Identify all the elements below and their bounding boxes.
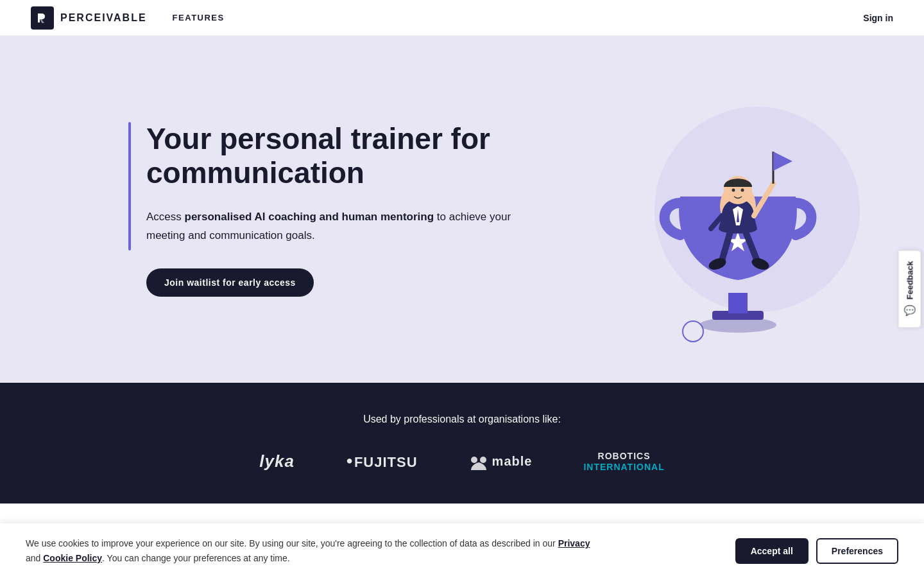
hero-content: Your personal trainer for communication …	[146, 122, 531, 297]
nav-left: PERCEIVABLE FEATURES	[31, 6, 225, 30]
hero-description: Access personalised AI coaching and huma…	[146, 208, 531, 245]
cookie-text-start: We use cookies to improve your experienc…	[26, 538, 558, 548]
logo-mark	[31, 6, 54, 30]
logo-lyka: lyka	[259, 451, 295, 471]
cookie-text-and: and	[26, 553, 43, 563]
svg-point-17	[471, 457, 477, 463]
hero-inner: Your personal trainer for communication …	[128, 122, 531, 297]
cookie-text: We use cookies to improve your experienc…	[26, 536, 603, 565]
cookie-banner: We use cookies to improve your experienc…	[0, 523, 924, 578]
cookie-text-end: . You can change your preferences at any…	[102, 553, 290, 563]
svg-point-16	[683, 321, 703, 342]
logos-section: Used by professionals at organisations l…	[0, 383, 924, 504]
navbar: PERCEIVABLE FEATURES Sign in	[0, 0, 924, 36]
svg-point-8	[741, 189, 744, 192]
svg-point-18	[480, 457, 486, 463]
hero-accent-bar	[128, 122, 131, 250]
robotics-text: ROBOTICS	[598, 451, 651, 461]
robotics-international: INTERNATIONAL	[583, 462, 664, 472]
hero-illustration: ★	[616, 81, 860, 357]
nav-signin[interactable]: Sign in	[863, 13, 893, 23]
cookie-privacy-link[interactable]: Privacy	[558, 538, 590, 548]
hero-section: Your personal trainer for communication …	[0, 36, 924, 383]
cta-button[interactable]: Join waitlist for early access	[146, 268, 314, 297]
cookie-policy-link[interactable]: Cookie Policy	[43, 553, 102, 563]
logo-mable: mable	[469, 453, 533, 470]
hero-desc-plain: Access	[146, 211, 185, 223]
logo-text: PERCEIVABLE	[60, 12, 147, 24]
fujitsu-dot: ⦁	[346, 451, 353, 471]
logo-robotics: ROBOTICS INTERNATIONAL	[583, 451, 664, 473]
logos-row: lyka ⦁FUJITSU mable ROBOTICS INTERNATION…	[259, 451, 664, 473]
preferences-button[interactable]: Preferences	[816, 538, 898, 564]
logo-fujitsu: ⦁FUJITSU	[346, 451, 418, 472]
logo[interactable]: PERCEIVABLE	[31, 6, 147, 30]
nav-features[interactable]: FEATURES	[173, 13, 225, 22]
feedback-icon: 💬	[903, 305, 916, 317]
feedback-label: Feedback	[905, 261, 914, 300]
accept-all-button[interactable]: Accept all	[735, 538, 809, 564]
hero-title: Your personal trainer for communication	[146, 122, 531, 190]
cookie-actions: Accept all Preferences	[735, 538, 898, 564]
logos-title: Used by professionals at organisations l…	[363, 414, 561, 425]
svg-rect-3	[728, 293, 748, 313]
svg-point-7	[732, 189, 735, 192]
feedback-button[interactable]: 💬 Feedback	[898, 250, 921, 328]
hero-desc-bold: personalised AI coaching and human mento…	[185, 211, 434, 223]
